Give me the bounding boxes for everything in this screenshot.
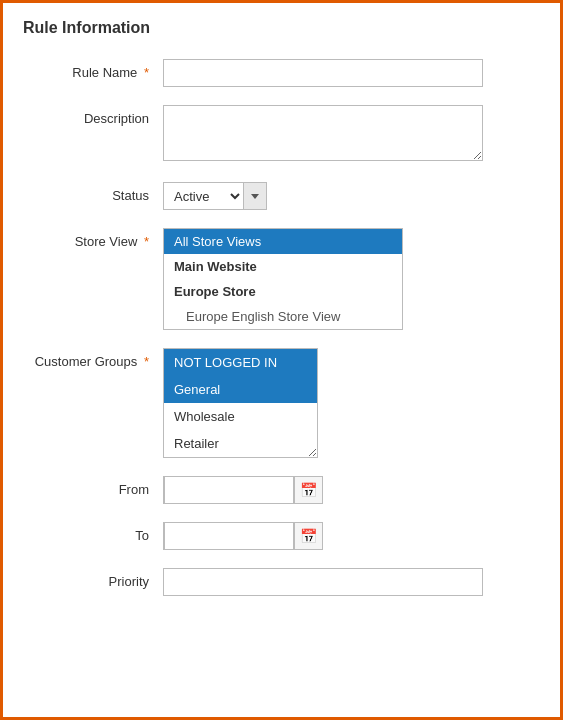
priority-input[interactable] xyxy=(163,568,483,596)
priority-row: Priority xyxy=(23,568,540,596)
to-control: 📅 xyxy=(163,522,540,550)
customer-groups-listbox[interactable]: NOT LOGGED IN General Wholesale Retailer xyxy=(163,348,318,458)
store-view-row: Store View * All Store Views Main Websit… xyxy=(23,228,540,330)
customer-groups-label: Customer Groups * xyxy=(23,348,163,369)
customer-group-wholesale[interactable]: Wholesale xyxy=(164,403,317,430)
status-select-wrap: Active Inactive xyxy=(163,182,540,210)
from-label: From xyxy=(23,476,163,497)
from-control: 📅 xyxy=(163,476,540,504)
to-date-input[interactable] xyxy=(164,522,294,550)
chevron-down-icon xyxy=(251,194,259,199)
rule-name-input[interactable] xyxy=(163,59,483,87)
store-view-control: All Store Views Main Website Europe Stor… xyxy=(163,228,540,330)
description-row: Description xyxy=(23,105,540,164)
status-control: Active Inactive xyxy=(163,182,540,210)
customer-groups-control: NOT LOGGED IN General Wholesale Retailer xyxy=(163,348,540,458)
description-label: Description xyxy=(23,105,163,126)
store-view-item-main-website[interactable]: Main Website xyxy=(164,254,402,279)
customer-group-general[interactable]: General xyxy=(164,376,317,403)
customer-group-not-logged-in[interactable]: NOT LOGGED IN xyxy=(164,349,317,376)
status-dropdown-button[interactable] xyxy=(243,182,267,210)
calendar-icon: 📅 xyxy=(300,482,317,498)
store-view-listbox[interactable]: All Store Views Main Website Europe Stor… xyxy=(163,228,403,330)
customer-group-retailer[interactable]: Retailer xyxy=(164,430,317,457)
from-date-input[interactable] xyxy=(164,476,294,504)
store-view-item-europe-english[interactable]: Europe English Store View xyxy=(164,304,402,329)
rule-name-label: Rule Name * xyxy=(23,59,163,80)
from-calendar-button[interactable]: 📅 xyxy=(294,477,322,503)
to-row: To 📅 xyxy=(23,522,540,550)
rule-name-required: * xyxy=(144,65,149,80)
rule-information-panel: Rule Information Rule Name * Description… xyxy=(0,0,563,720)
status-row: Status Active Inactive xyxy=(23,182,540,210)
from-date-wrap: 📅 xyxy=(163,476,323,504)
section-title: Rule Information xyxy=(23,19,540,41)
to-label: To xyxy=(23,522,163,543)
store-view-label: Store View * xyxy=(23,228,163,249)
status-label: Status xyxy=(23,182,163,203)
status-select[interactable]: Active Inactive xyxy=(163,182,243,210)
customer-groups-row: Customer Groups * NOT LOGGED IN General … xyxy=(23,348,540,458)
rule-name-row: Rule Name * xyxy=(23,59,540,87)
calendar-icon-to: 📅 xyxy=(300,528,317,544)
priority-control xyxy=(163,568,540,596)
customer-groups-required: * xyxy=(144,354,149,369)
to-calendar-button[interactable]: 📅 xyxy=(294,523,322,549)
store-view-item-all[interactable]: All Store Views xyxy=(164,229,402,254)
rule-name-control xyxy=(163,59,540,87)
store-view-required: * xyxy=(144,234,149,249)
description-textarea[interactable] xyxy=(163,105,483,161)
description-control xyxy=(163,105,540,164)
from-row: From 📅 xyxy=(23,476,540,504)
priority-label: Priority xyxy=(23,568,163,589)
store-view-item-europe-store[interactable]: Europe Store xyxy=(164,279,402,304)
to-date-wrap: 📅 xyxy=(163,522,323,550)
